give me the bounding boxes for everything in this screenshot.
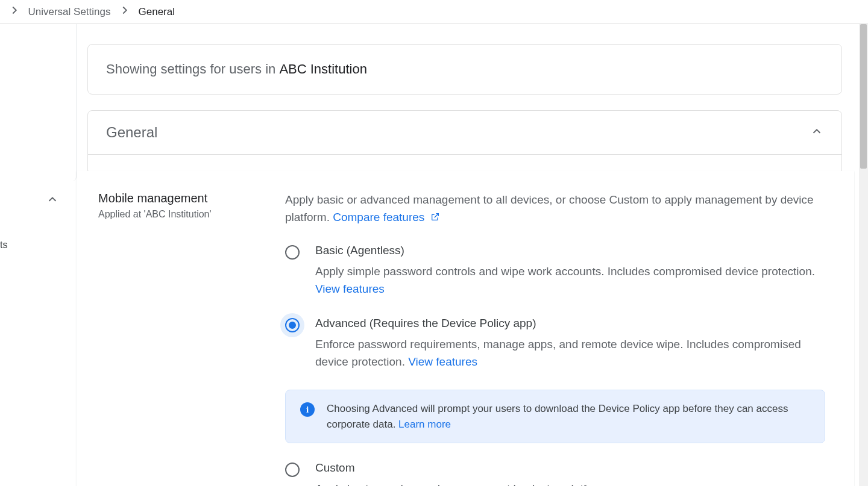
radio-icon[interactable] bbox=[285, 463, 300, 477]
breadcrumb-item-partial[interactable]: s bbox=[0, 6, 1, 18]
radio-desc-advanced: Enforce password requirements, manage ap… bbox=[315, 336, 825, 370]
radio-option-custom[interactable]: Custom Apply basic or advanced managemen… bbox=[285, 461, 825, 486]
breadcrumb-item-universal-settings[interactable]: Universal Settings bbox=[28, 6, 111, 18]
chevron-up-icon bbox=[810, 125, 823, 140]
setting-description: Apply basic or advanced management to al… bbox=[285, 192, 825, 226]
radio-option-advanced[interactable]: Advanced (Requires the Device Policy app… bbox=[285, 317, 825, 370]
radio-desc-basic: Apply simple password controls and wipe … bbox=[315, 263, 825, 298]
radio-icon-selected[interactable] bbox=[280, 313, 304, 337]
learn-more-link[interactable]: Learn more bbox=[398, 419, 451, 430]
radio-icon[interactable] bbox=[285, 245, 300, 260]
external-link-icon bbox=[430, 212, 440, 222]
view-features-advanced-link[interactable]: View features bbox=[408, 355, 477, 368]
breadcrumb: s Universal Settings General bbox=[0, 0, 868, 24]
view-features-basic-link[interactable]: View features bbox=[315, 282, 385, 295]
setting-applied-at: Applied at 'ABC Institution' bbox=[98, 209, 285, 220]
chevron-up-icon[interactable] bbox=[46, 193, 59, 208]
info-icon: i bbox=[300, 402, 315, 417]
radio-title-custom: Custom bbox=[315, 461, 825, 475]
section-title: General bbox=[106, 124, 157, 141]
radio-option-basic[interactable]: Basic (Agentless) Apply simple password … bbox=[285, 244, 825, 298]
radio-title-basic: Basic (Agentless) bbox=[315, 244, 825, 257]
compare-features-link[interactable]: Compare features bbox=[333, 211, 439, 223]
scope-org-name: ABC Institution bbox=[279, 61, 367, 76]
scope-card: Showing settings for users in ABC Instit… bbox=[87, 44, 842, 95]
scrollbar-thumb[interactable] bbox=[860, 24, 867, 169]
breadcrumb-item-current: General bbox=[139, 6, 175, 18]
info-banner: i Choosing Advanced will prompt your use… bbox=[285, 390, 825, 443]
section-header[interactable]: General bbox=[88, 111, 841, 155]
scope-prefix: Showing settings for users in bbox=[106, 61, 279, 76]
sidebar-item-partial[interactable]: ts bbox=[0, 240, 7, 251]
radio-title-advanced: Advanced (Requires the Device Policy app… bbox=[315, 317, 825, 330]
setting-mobile-management: Mobile management Applied at 'ABC Instit… bbox=[77, 171, 854, 486]
setting-name: Mobile management bbox=[98, 192, 285, 205]
chevron-right-icon bbox=[118, 4, 131, 20]
radio-desc-custom: Apply basic or advanced management by de… bbox=[315, 481, 825, 486]
info-text: Choosing Advanced will prompt your users… bbox=[327, 401, 810, 432]
chevron-right-icon bbox=[8, 4, 21, 20]
sidebar-partial: ts bbox=[0, 24, 77, 181]
section-general: General bbox=[87, 110, 842, 175]
scope-text: Showing settings for users in ABC Instit… bbox=[106, 61, 823, 77]
scrollbar[interactable] bbox=[859, 24, 868, 486]
main-content: Showing settings for users in ABC Instit… bbox=[87, 44, 842, 175]
